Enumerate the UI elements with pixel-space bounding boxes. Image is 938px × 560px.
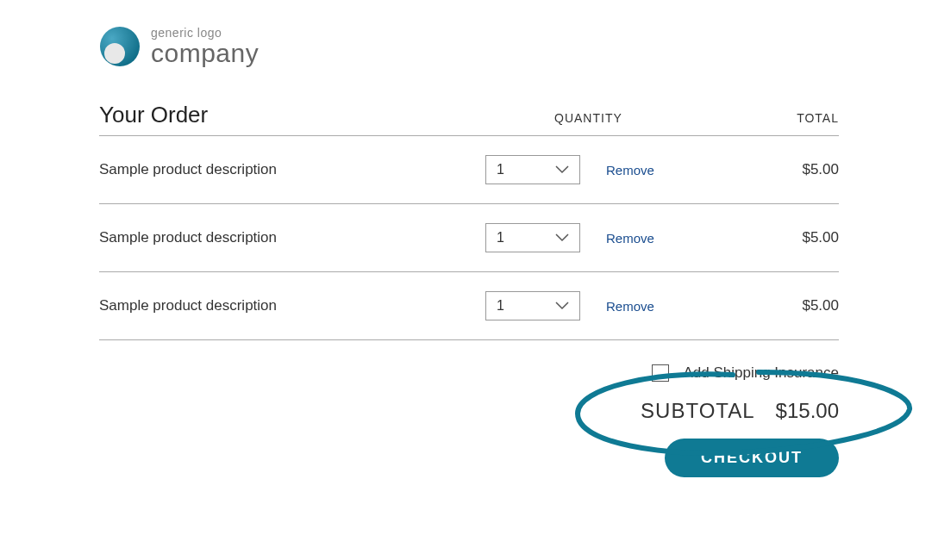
- order-header: Your Order QUANTITY TOTAL: [99, 102, 839, 136]
- logo-icon: [99, 26, 141, 67]
- order-row: Sample product description 1 Remove $5.0…: [99, 136, 839, 204]
- column-header-total: TOTAL: [744, 111, 839, 125]
- remove-link[interactable]: Remove: [606, 231, 761, 246]
- quantity-value: 1: [497, 298, 504, 314]
- line-total: $5.00: [761, 297, 839, 314]
- insurance-checkbox[interactable]: [652, 364, 669, 382]
- quantity-value: 1: [497, 162, 504, 177]
- quantity-value: 1: [497, 230, 504, 246]
- subtotal-value: $15.00: [776, 399, 839, 423]
- chevron-down-icon: [555, 298, 569, 314]
- svg-point-1: [104, 43, 125, 64]
- logo: generic logo company: [99, 26, 839, 67]
- product-description: Sample product description: [99, 161, 485, 178]
- subtotal-label: SUBTOTAL: [641, 399, 754, 423]
- order-row: Sample product description 1 Remove $5.0…: [99, 204, 839, 272]
- column-header-quantity: QUANTITY: [554, 111, 744, 125]
- quantity-select[interactable]: 1: [485, 291, 580, 320]
- logo-subtitle: generic logo: [151, 27, 259, 39]
- remove-link[interactable]: Remove: [606, 299, 761, 314]
- page-title: Your Order: [99, 102, 554, 128]
- insurance-label: Add Shipping Insurance: [683, 364, 839, 382]
- subtotal-row: SUBTOTAL $15.00: [99, 392, 839, 439]
- line-total: $5.00: [761, 229, 839, 246]
- product-description: Sample product description: [99, 297, 485, 314]
- order-row: Sample product description 1 Remove $5.0…: [99, 272, 839, 340]
- quantity-select[interactable]: 1: [485, 155, 580, 184]
- checkout-button[interactable]: CHECKOUT: [665, 439, 839, 477]
- line-total: $5.00: [761, 161, 839, 178]
- product-description: Sample product description: [99, 229, 485, 246]
- quantity-select[interactable]: 1: [485, 223, 580, 252]
- insurance-row: Add Shipping Insurance: [99, 340, 839, 392]
- remove-link[interactable]: Remove: [606, 163, 761, 177]
- logo-title: company: [151, 40, 259, 66]
- chevron-down-icon: [555, 230, 569, 246]
- chevron-down-icon: [555, 162, 569, 177]
